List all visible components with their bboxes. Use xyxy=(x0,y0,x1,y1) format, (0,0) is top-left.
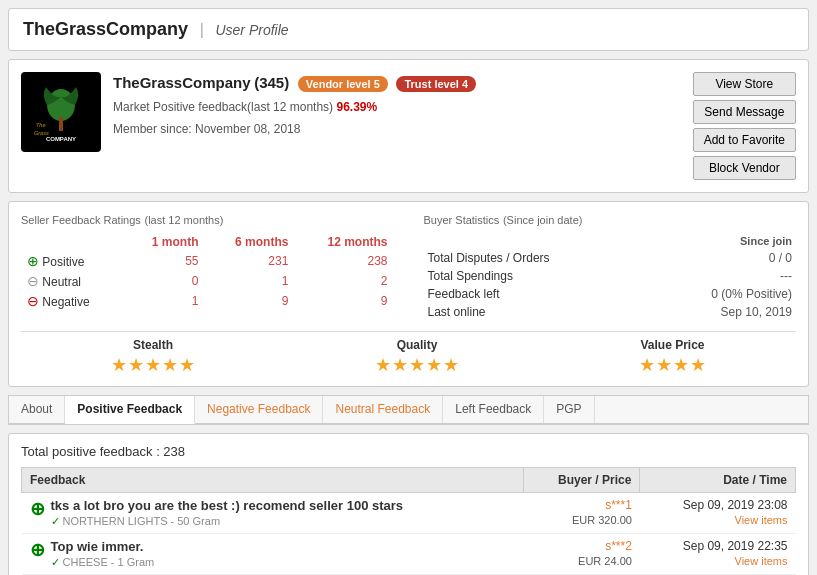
table-row: ⊕ tks a lot bro you are the best :) reco… xyxy=(22,493,796,534)
col-12months: 12 months xyxy=(294,233,393,251)
seller-feedback-stats: Seller Feedback Ratings (last 12 months)… xyxy=(21,212,394,321)
date-time-cell: Sep 09, 2019 22:35 View items xyxy=(640,534,796,575)
profile-section: COMPANY The Grass TheGrassCompany (345) … xyxy=(8,59,809,193)
buyer-stat-value: --- xyxy=(645,267,796,285)
quality-star-icons: ★★★★★ xyxy=(375,354,460,376)
col-6months: 6 months xyxy=(205,233,295,251)
market-feedback-pct: 96.39% xyxy=(336,100,377,114)
block-vendor-button[interactable]: Block Vendor xyxy=(693,156,796,180)
col-label xyxy=(21,233,124,251)
tab-neutral-feedback[interactable]: Neutral Feedback xyxy=(323,396,443,423)
tab-negative-feedback[interactable]: Negative Feedback xyxy=(195,396,323,423)
feedback-row-label: ⊖ Negative xyxy=(21,291,124,311)
buyer-stats-subtitle: (Since join date) xyxy=(503,214,583,226)
buyer-stat-value: 0 / 0 xyxy=(645,249,796,267)
feedback-list-section: Total positive feedback : 238 Feedback B… xyxy=(8,433,809,575)
tab-about[interactable]: About xyxy=(9,396,65,423)
stats-section: Seller Feedback Ratings (last 12 months)… xyxy=(8,201,809,387)
seller-feedback-table: 1 month 6 months 12 months ⊕ Positive 55… xyxy=(21,233,394,311)
member-since: Member since: November 08, 2018 xyxy=(113,122,300,136)
positive-icon: ⊕ xyxy=(30,539,45,561)
feedback-6m: 1 xyxy=(205,271,295,291)
send-message-button[interactable]: Send Message xyxy=(693,100,796,124)
buyer-stat-label: Total Spendings xyxy=(424,267,645,285)
quality-stars: Quality ★★★★★ xyxy=(375,338,460,376)
feedback-1m: 0 xyxy=(124,271,205,291)
trust-badge: Trust level 4 xyxy=(396,76,476,92)
page-subtitle: User Profile xyxy=(215,22,288,38)
stars-row: Stealth ★★★★★ Quality ★★★★★ Value Price … xyxy=(21,338,796,376)
col-date-header: Date / Time xyxy=(640,468,796,493)
feedback-6m: 231 xyxy=(205,251,295,271)
stealth-stars: Stealth ★★★★★ xyxy=(111,338,196,376)
feedback-12m: 9 xyxy=(294,291,393,311)
add-favorite-button[interactable]: Add to Favorite xyxy=(693,128,796,152)
feedback-row-label: ⊖ Neutral xyxy=(21,271,124,291)
tab-pgp[interactable]: PGP xyxy=(544,396,594,423)
title-bar: TheGrassCompany | User Profile xyxy=(8,8,809,51)
buyer-price-cell: s***2 EUR 24.00 xyxy=(523,534,639,575)
feedback-item-text: ⊕ Top wie immer. ✓ CHEESE - 1 Gram xyxy=(22,534,524,575)
buyer-stat-label: Last online xyxy=(424,303,645,321)
vendor-name: TheGrassCompany xyxy=(113,74,251,91)
svg-text:COMPANY: COMPANY xyxy=(46,136,76,142)
view-store-button[interactable]: View Store xyxy=(693,72,796,96)
profile-actions: View Store Send Message Add to Favorite … xyxy=(693,72,796,180)
seller-feedback-subtitle: (last 12 months) xyxy=(144,214,223,226)
value-stars: Value Price ★★★★ xyxy=(639,338,707,376)
vendor-badge: Vendor level 5 xyxy=(298,76,388,92)
market-feedback-label: Market Positive feedback(last 12 months) xyxy=(113,100,333,114)
quality-label: Quality xyxy=(375,338,460,352)
feedback-6m: 9 xyxy=(205,291,295,311)
tab-left-feedback[interactable]: Left Feedback xyxy=(443,396,544,423)
value-star-icons: ★★★★ xyxy=(639,354,707,376)
date-time-cell: Sep 09, 2019 23:08 View items xyxy=(640,493,796,534)
col-1month: 1 month xyxy=(124,233,205,251)
buyer-stat-label: Feedback left xyxy=(424,285,645,303)
feedback-12m: 238 xyxy=(294,251,393,271)
feedback-12m: 2 xyxy=(294,271,393,291)
stealth-label: Stealth xyxy=(111,338,196,352)
svg-rect-2 xyxy=(59,117,63,131)
total-feedback-label: Total positive feedback : 238 xyxy=(21,444,796,459)
buyer-stats: Buyer Statistics (Since join date) Since… xyxy=(424,212,797,321)
tabs-bar: AboutPositive FeedbackNegative FeedbackN… xyxy=(9,396,808,424)
view-items-link[interactable]: View items xyxy=(648,514,788,526)
buyer-stats-title: Buyer Statistics xyxy=(424,214,500,226)
stealth-star-icons: ★★★★★ xyxy=(111,354,196,376)
table-row: ⊕ Top wie immer. ✓ CHEESE - 1 Gram s***2… xyxy=(22,534,796,575)
feedback-item-text: ⊕ tks a lot bro you are the best :) reco… xyxy=(22,493,524,534)
vendor-logo: COMPANY The Grass xyxy=(21,72,101,152)
feedback-items-table: Feedback Buyer / Price Date / Time ⊕ tks… xyxy=(21,467,796,575)
tab-positive-feedback[interactable]: Positive Feedback xyxy=(65,396,195,424)
vendor-count: (345) xyxy=(254,74,289,91)
seller-feedback-title: Seller Feedback Ratings xyxy=(21,214,141,226)
page-title: TheGrassCompany xyxy=(23,19,188,39)
svg-text:The: The xyxy=(36,122,45,128)
svg-text:Grass: Grass xyxy=(34,130,49,136)
value-label: Value Price xyxy=(639,338,707,352)
buyer-stat-label: Total Disputes / Orders xyxy=(424,249,645,267)
col-buyer-header: Buyer / Price xyxy=(523,468,639,493)
buyer-stat-value: Sep 10, 2019 xyxy=(645,303,796,321)
buyer-stat-value: 0 (0% Positive) xyxy=(645,285,796,303)
feedback-1m: 1 xyxy=(124,291,205,311)
view-items-link[interactable]: View items xyxy=(648,555,788,567)
feedback-1m: 55 xyxy=(124,251,205,271)
profile-info: TheGrassCompany (345) Vendor level 5 Tru… xyxy=(113,72,476,140)
buyer-stats-table: Since joinTotal Disputes / Orders0 / 0To… xyxy=(424,233,797,321)
tabs-section: AboutPositive FeedbackNegative FeedbackN… xyxy=(8,395,809,425)
positive-icon: ⊕ xyxy=(30,498,45,520)
col-feedback-header: Feedback xyxy=(22,468,524,493)
feedback-row-label: ⊕ Positive xyxy=(21,251,124,271)
buyer-price-cell: s***1 EUR 320.00 xyxy=(523,493,639,534)
